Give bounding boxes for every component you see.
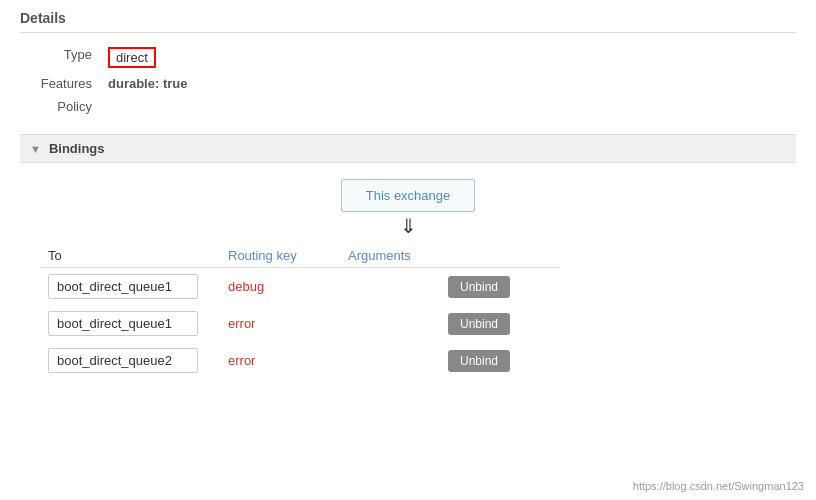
arguments-cell-2: [340, 342, 440, 379]
routing-key-2: error: [220, 342, 340, 379]
features-value-cell: durable: true: [100, 72, 796, 95]
down-arrow-icon: ⇓: [400, 216, 417, 236]
features-key: durable:: [108, 76, 159, 91]
type-value-cell: direct: [100, 43, 796, 72]
unbind-button-0[interactable]: Unbind: [448, 276, 510, 298]
details-table: Type direct Features durable: true Polic…: [20, 43, 796, 118]
bindings-content: This exchange ⇓ To Routing key Arguments…: [20, 163, 796, 395]
table-row: boot_direct_queue1debugUnbind: [40, 268, 560, 306]
features-val: true: [163, 76, 188, 91]
queue-name-0: boot_direct_queue1: [48, 274, 198, 299]
policy-row: Policy: [20, 95, 796, 118]
bindings-title: Bindings: [49, 141, 105, 156]
table-row: boot_direct_queue1errorUnbind: [40, 305, 560, 342]
collapse-icon: ▼: [30, 143, 41, 155]
queue-cell-1: boot_direct_queue1: [40, 305, 220, 342]
exchange-box-container: This exchange ⇓: [40, 179, 776, 236]
queue-name-2: boot_direct_queue2: [48, 348, 198, 373]
exchange-box: This exchange: [341, 179, 476, 212]
features-label: Features: [20, 72, 100, 95]
details-section-title: Details: [20, 10, 796, 33]
col-arguments: Arguments: [340, 244, 440, 268]
table-header-row: To Routing key Arguments: [40, 244, 560, 268]
footer-url: https://blog.csdn.net/Swingman123: [633, 480, 804, 492]
policy-value-cell: [100, 95, 796, 118]
bindings-table: To Routing key Arguments boot_direct_que…: [40, 244, 560, 379]
unbind-button-1[interactable]: Unbind: [448, 313, 510, 335]
col-routing-key: Routing key: [220, 244, 340, 268]
routing-key-0: debug: [220, 268, 340, 306]
queue-cell-2: boot_direct_queue2: [40, 342, 220, 379]
action-cell-1: Unbind: [440, 305, 560, 342]
policy-label: Policy: [20, 95, 100, 118]
col-action: [440, 244, 560, 268]
col-to: To: [40, 244, 220, 268]
action-cell-2: Unbind: [440, 342, 560, 379]
routing-key-1: error: [220, 305, 340, 342]
action-cell-0: Unbind: [440, 268, 560, 306]
features-row: Features durable: true: [20, 72, 796, 95]
type-row: Type direct: [20, 43, 796, 72]
arguments-cell-1: [340, 305, 440, 342]
bindings-section: ▼ Bindings This exchange ⇓ To Routing ke…: [20, 134, 796, 395]
bindings-header[interactable]: ▼ Bindings: [20, 134, 796, 163]
table-row: boot_direct_queue2errorUnbind: [40, 342, 560, 379]
page-container: Details Type direct Features durable: tr…: [0, 0, 816, 405]
unbind-button-2[interactable]: Unbind: [448, 350, 510, 372]
queue-name-1: boot_direct_queue1: [48, 311, 198, 336]
queue-cell-0: boot_direct_queue1: [40, 268, 220, 306]
arguments-cell-0: [340, 268, 440, 306]
type-label: Type: [20, 43, 100, 72]
type-value: direct: [108, 47, 156, 68]
